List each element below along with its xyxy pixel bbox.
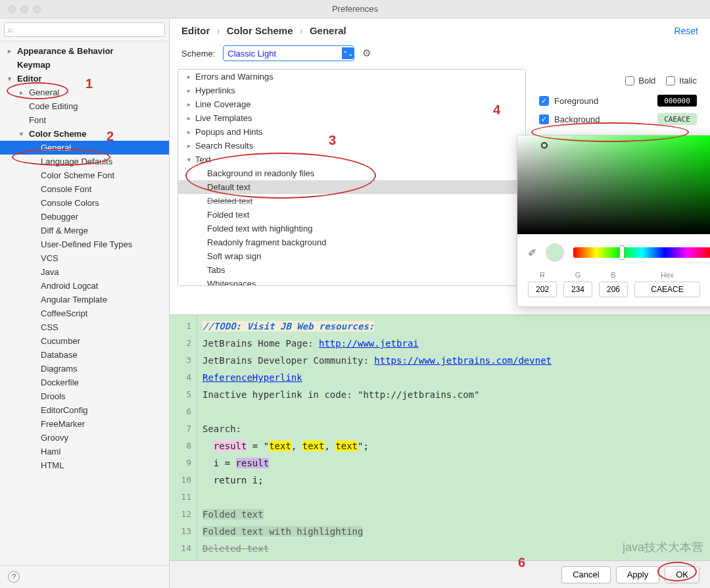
search-input[interactable] <box>4 22 165 37</box>
sidebar-item-code-editing[interactable]: Code Editing <box>0 99 169 113</box>
sidebar-item-android-logcat[interactable]: Android Logcat <box>0 279 169 293</box>
sidebar-item-java[interactable]: Java <box>0 265 169 279</box>
foreground-label: Foreground <box>554 96 598 106</box>
background-checkbox[interactable]: ✓ <box>539 114 549 124</box>
category-hyperlinks[interactable]: ▸Hyperlinks <box>178 84 525 97</box>
annotation-1: 1 <box>85 76 93 91</box>
annotation-2: 2 <box>106 129 114 144</box>
reset-link[interactable]: Reset <box>674 26 698 36</box>
gutter: 1234567891011121314 <box>170 315 197 560</box>
hex-input[interactable] <box>634 282 700 297</box>
color-picker: ✐ R G B Hex <box>517 135 710 307</box>
sidebar: ⌕ ▸Appearance & BehaviorKeymap▾Editor▸Ge… <box>0 18 170 588</box>
sidebar-item-font[interactable]: Font <box>0 113 169 127</box>
category-popups-and-hints[interactable]: ▸Popups and Hints <box>178 125 525 139</box>
annotation-4: 4 <box>493 103 500 118</box>
sidebar-item-vcs[interactable]: VCS <box>0 251 169 265</box>
gear-icon[interactable]: ⚙ <box>362 47 371 59</box>
annotation-3: 3 <box>329 133 336 148</box>
sidebar-item-css[interactable]: CSS <box>0 320 169 334</box>
color-options-panel: Bold Italic ✓ Foreground 000000 ✓ Bac <box>526 69 710 314</box>
sidebar-item-console-font[interactable]: Console Font <box>0 182 169 196</box>
sidebar-item-freemarker[interactable]: FreeMarker <box>0 417 169 431</box>
sidebar-item-cucumber[interactable]: Cucumber <box>0 334 169 348</box>
category-tabs[interactable]: Tabs <box>178 263 525 277</box>
category-live-templates[interactable]: ▸Live Templates <box>178 111 525 125</box>
ok-button[interactable]: OK <box>665 566 699 583</box>
sidebar-item-editor[interactable]: ▾Editor <box>0 72 169 86</box>
gradient-cursor[interactable] <box>541 142 548 149</box>
crumb-editor: Editor <box>181 25 210 36</box>
sidebar-item-keymap[interactable]: Keymap <box>0 58 169 72</box>
sidebar-item-debugger[interactable]: Debugger <box>0 210 169 224</box>
hue-knob[interactable] <box>619 245 625 260</box>
sidebar-item-haml[interactable]: Haml <box>0 445 169 458</box>
titlebar: Preferences <box>0 0 710 18</box>
eyedropper-icon[interactable]: ✐ <box>528 247 536 259</box>
category-soft-wrap-sign[interactable]: Soft wrap sign <box>178 249 525 263</box>
sidebar-item-coffeescript[interactable]: CoffeeScript <box>0 306 169 320</box>
category-text[interactable]: ▾Text <box>178 153 525 166</box>
sidebar-item-color-scheme[interactable]: ▾Color Scheme <box>0 127 169 141</box>
sidebar-item-diff-merge[interactable]: Diff & Merge <box>0 224 169 237</box>
sidebar-item-angular-template[interactable]: Angular Template <box>0 293 169 306</box>
breadcrumb: Editor › Color Scheme › General <box>181 25 346 36</box>
sidebar-item-drools[interactable]: Drools <box>0 389 169 403</box>
crumb-general: General <box>310 25 346 36</box>
sidebar-item-dockerfile[interactable]: Dockerfile <box>0 376 169 389</box>
category-deleted-text[interactable]: Deleted text <box>178 194 525 208</box>
background-swatch[interactable]: CAEACE <box>657 113 697 125</box>
sidebar-item-user-defined-file-types[interactable]: User-Defined File Types <box>0 237 169 251</box>
foreground-checkbox[interactable]: ✓ <box>539 96 549 106</box>
watermark: java技术大本营 <box>623 539 703 555</box>
sidebar-item-color-scheme-font[interactable]: Color Scheme Font <box>0 168 169 182</box>
foreground-swatch[interactable]: 000000 <box>657 95 697 107</box>
settings-tree[interactable]: ▸Appearance & BehaviorKeymap▾Editor▸Gene… <box>0 41 169 565</box>
color-preview-circle <box>546 243 564 262</box>
sidebar-item-diagrams[interactable]: Diagrams <box>0 362 169 376</box>
dialog-footer: Cancel Apply OK <box>170 560 710 588</box>
code-preview: 1234567891011121314 //TODO: Visit JB Web… <box>170 314 710 560</box>
category-folded-text-with-highlighting[interactable]: Folded text with highlighting <box>178 222 525 235</box>
category-search-results[interactable]: ▸Search Results <box>178 139 525 153</box>
category-whitespaces[interactable]: Whitespaces <box>178 277 525 286</box>
sidebar-item-groovy[interactable]: Groovy <box>0 431 169 445</box>
category-line-coverage[interactable]: ▸Line Coverage <box>178 97 525 111</box>
category-default-text[interactable]: Default text <box>178 180 525 194</box>
category-readonly-fragment-background[interactable]: Readonly fragment background <box>178 235 525 249</box>
g-input[interactable] <box>563 282 592 297</box>
sidebar-item-editorconfig[interactable]: EditorConfig <box>0 403 169 417</box>
sidebar-item-html[interactable]: HTML <box>0 458 169 472</box>
scheme-label: Scheme: <box>181 49 215 59</box>
scheme-value: Classic Light <box>227 49 276 59</box>
bold-checkbox[interactable]: Bold <box>625 76 655 86</box>
sidebar-item-console-colors[interactable]: Console Colors <box>0 196 169 210</box>
sidebar-item-general[interactable]: General <box>0 141 169 155</box>
background-label: Background <box>554 114 600 124</box>
hue-slider[interactable] <box>573 247 710 258</box>
window-title: Preferences <box>0 4 710 14</box>
sidebar-item-database[interactable]: Database <box>0 348 169 362</box>
sidebar-item-language-defaults[interactable]: Language Defaults <box>0 155 169 168</box>
b-input[interactable] <box>599 282 628 297</box>
help-icon[interactable]: ? <box>8 571 20 583</box>
chevron-down-icon: ⌃⌄ <box>342 47 354 59</box>
crumb-colorscheme: Color Scheme <box>227 25 293 36</box>
code-area: //TODO: Visit JB Web resources: JetBrain… <box>197 315 710 560</box>
category-errors-and-warnings[interactable]: ▸Errors and Warnings <box>178 70 525 84</box>
apply-button[interactable]: Apply <box>616 566 660 583</box>
category-folded-text[interactable]: Folded text <box>178 208 525 222</box>
italic-checkbox[interactable]: Italic <box>666 76 697 86</box>
saturation-gradient[interactable] <box>517 135 710 234</box>
sidebar-item-general[interactable]: ▸General <box>0 86 169 99</box>
scheme-select[interactable]: Classic Light ⌃⌄ <box>223 45 354 61</box>
r-input[interactable] <box>528 282 557 297</box>
category-list[interactable]: ▸Errors and Warnings▸Hyperlinks▸Line Cov… <box>178 69 526 286</box>
search-icon: ⌕ <box>8 24 13 34</box>
cancel-button[interactable]: Cancel <box>561 566 610 583</box>
sidebar-item-appearance-behavior[interactable]: ▸Appearance & Behavior <box>0 44 169 58</box>
category-background-in-readonly-files[interactable]: Background in readonly files <box>178 166 525 180</box>
annotation-6: 6 <box>518 555 525 570</box>
